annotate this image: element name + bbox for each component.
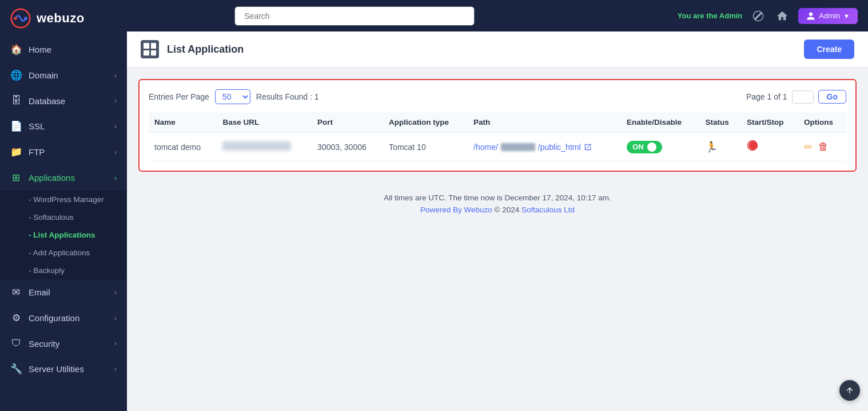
- sidebar-item-wordpress-manager[interactable]: - WordPress Manager: [0, 191, 127, 208]
- chevron-right-icon: ›: [114, 122, 117, 131]
- sidebar-item-applications[interactable]: ⊞ Applications ›: [0, 165, 127, 191]
- dropdown-chevron-icon: ▼: [843, 13, 850, 19]
- app-name: tomcat demo: [149, 133, 217, 161]
- sidebar-item-ftp-label: FTP: [29, 147, 45, 157]
- sidebar-item-domain[interactable]: 🌐 Domain ›: [0, 62, 127, 88]
- app-type: Tomcat 10: [383, 133, 468, 161]
- sidebar-item-database[interactable]: 🗄 Database ›: [0, 88, 127, 113]
- app-enable-disable[interactable]: ON: [621, 133, 699, 161]
- page-header-icon: [141, 40, 159, 58]
- security-icon: 🛡: [10, 338, 22, 349]
- softaculous-link[interactable]: Softaculous Ltd: [521, 206, 575, 214]
- page-title: List Application: [167, 44, 244, 56]
- sidebar-navigation: 🏠 Home 🌐 Domain › 🗄 Database › 📄 SSL › 📁…: [0, 37, 127, 411]
- running-status-icon: 🏃: [705, 141, 718, 153]
- delete-button[interactable]: 🗑: [818, 141, 829, 153]
- wordpress-icon[interactable]: [750, 8, 766, 24]
- chevron-right-icon: ›: [114, 174, 117, 182]
- webuzo-link[interactable]: Powered By Webuzo: [420, 206, 492, 214]
- admin-label: You are the Admin: [678, 11, 742, 20]
- path-link[interactable]: /home/ /public_html: [473, 143, 615, 152]
- search-container: [234, 6, 475, 26]
- svg-point-1: [14, 17, 17, 19]
- sidebar-item-email-label: Email: [29, 287, 50, 297]
- entries-per-page-label: Entries Per Page: [149, 92, 209, 101]
- sidebar-item-add-applications[interactable]: - Add Applications: [0, 244, 127, 262]
- col-path: Path: [468, 112, 621, 133]
- app-path: /home/ /public_html: [468, 133, 621, 161]
- pagination-controls: Page 1 of 1 Go: [746, 90, 846, 104]
- sidebar-item-email[interactable]: ✉ Email ›: [0, 279, 127, 305]
- stop-button[interactable]: [747, 142, 758, 153]
- chevron-right-icon: ›: [114, 314, 117, 322]
- top-header: You are the Admin Admin ▼: [127, 0, 868, 31]
- copyright: © 2024: [495, 206, 521, 214]
- chevron-right-icon: ›: [114, 289, 117, 297]
- app-status: 🏃: [699, 133, 741, 161]
- footer-credits: Powered By Webuzo © 2024 Softaculous Ltd: [127, 206, 868, 214]
- app-start-stop[interactable]: [741, 133, 798, 161]
- sidebar-item-home[interactable]: 🏠 Home: [0, 37, 127, 62]
- header-right-section: You are the Admin Admin ▼: [678, 8, 858, 24]
- app-base-url: [217, 133, 312, 161]
- col-options: Options: [798, 112, 846, 133]
- sidebar-item-server-utilities[interactable]: 🔧 Server Utilities ›: [0, 356, 127, 382]
- sidebar-item-security[interactable]: 🛡 Security ›: [0, 331, 127, 356]
- sidebar-item-ssl-label: SSL: [29, 121, 45, 131]
- ftp-icon: 📁: [10, 146, 22, 158]
- table-body: tomcat demo 30003, 30006 Tomcat 10 /home…: [149, 133, 846, 161]
- chevron-right-icon: ›: [114, 97, 117, 105]
- search-input[interactable]: [234, 6, 475, 26]
- sidebar-item-configuration[interactable]: ⚙ Configuration ›: [0, 305, 127, 331]
- base-url-blurred: [222, 141, 291, 151]
- page-info: Page 1 of 1: [746, 92, 787, 101]
- applications-icon: ⊞: [10, 172, 22, 184]
- sidebar-item-configuration-label: Configuration: [29, 313, 79, 323]
- chevron-right-icon: ›: [114, 339, 117, 347]
- applications-table: Name Base URL Port Application type Path…: [149, 112, 846, 161]
- col-enable-disable: Enable/Disable: [621, 112, 699, 133]
- toggle-circle: [647, 143, 656, 152]
- footer-time-notice: All times are UTC. The time now is Decem…: [127, 193, 868, 202]
- sidebar-logo: webuzo: [0, 0, 127, 37]
- sidebar-item-softaculous[interactable]: - Softaculous: [0, 208, 127, 226]
- table-header: Name Base URL Port Application type Path…: [149, 112, 846, 133]
- col-app-type: Application type: [383, 112, 468, 133]
- sidebar-item-ssl[interactable]: 📄 SSL ›: [0, 113, 127, 139]
- col-start-stop: Start/Stop: [741, 112, 798, 133]
- create-button[interactable]: Create: [804, 39, 854, 59]
- enable-toggle[interactable]: ON: [627, 141, 662, 153]
- svg-point-2: [24, 17, 27, 19]
- sidebar-item-security-label: Security: [29, 339, 59, 349]
- server-utilities-icon: 🔧: [10, 363, 22, 375]
- sidebar: webuzo 🏠 Home 🌐 Domain › 🗄 Database › 📄 …: [0, 0, 127, 411]
- col-base-url: Base URL: [217, 112, 312, 133]
- go-button[interactable]: Go: [818, 90, 846, 104]
- chevron-right-icon: ›: [114, 72, 117, 80]
- main-content: You are the Admin Admin ▼: [127, 0, 868, 411]
- ssl-icon: 📄: [10, 120, 22, 132]
- sidebar-item-ftp[interactable]: 📁 FTP ›: [0, 139, 127, 165]
- user-account-button[interactable]: Admin ▼: [798, 8, 858, 24]
- external-link-icon: [584, 143, 592, 151]
- entries-per-page-select[interactable]: 50 25 100: [215, 89, 250, 104]
- sidebar-item-home-label: Home: [29, 45, 51, 54]
- app-options: ✏ 🗑: [798, 133, 846, 161]
- edit-button[interactable]: ✏: [804, 141, 813, 153]
- page-number-input[interactable]: [792, 90, 814, 104]
- configuration-icon: ⚙: [10, 312, 22, 324]
- results-found-label: Results Found : 1: [256, 92, 319, 101]
- brand-name: webuzo: [37, 11, 85, 26]
- table-controls: Entries Per Page 50 25 100 Results Found…: [149, 89, 846, 104]
- home-header-icon[interactable]: [774, 8, 790, 24]
- sidebar-item-backuply[interactable]: - Backuply: [0, 262, 127, 279]
- sidebar-item-list-applications[interactable]: - List Applications: [0, 226, 127, 244]
- webuzo-logo-icon: [10, 8, 31, 29]
- sidebar-item-database-label: Database: [29, 96, 65, 106]
- scroll-to-top-button[interactable]: [839, 380, 860, 401]
- options-actions: ✏ 🗑: [804, 141, 841, 153]
- applications-submenu: - WordPress Manager - Softaculous - List…: [0, 191, 127, 279]
- email-icon: ✉: [10, 286, 22, 298]
- path-blurred: [501, 143, 535, 151]
- sidebar-item-applications-label: Applications: [29, 173, 75, 183]
